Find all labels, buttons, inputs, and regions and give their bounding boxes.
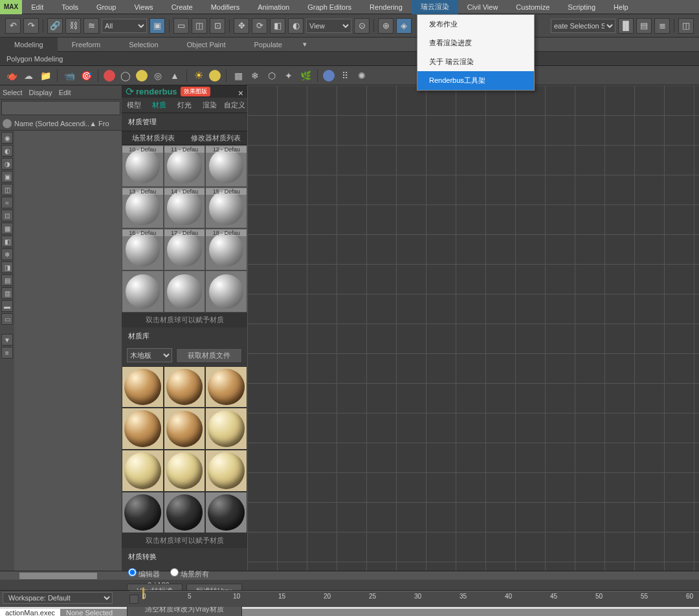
teapot-icon[interactable]: 🫖 bbox=[5, 69, 18, 82]
select-crossing-icon[interactable]: ⊡ bbox=[210, 18, 225, 34]
menu-customize[interactable]: Customize bbox=[507, 0, 559, 14]
refcoord-combo[interactable]: View bbox=[306, 19, 351, 33]
filter-hidden-icon[interactable]: ◨ bbox=[1, 261, 13, 273]
filter-space-icon[interactable]: ≈ bbox=[1, 197, 13, 208]
library-slot[interactable] bbox=[164, 450, 206, 492]
scale-icon[interactable]: ◧ bbox=[270, 18, 285, 34]
unlink-icon[interactable]: ⛓ bbox=[65, 18, 81, 34]
snow-icon[interactable]: ❄ bbox=[249, 69, 261, 82]
dropdown-about[interactable]: 关于 瑞云渲染 bbox=[417, 52, 534, 71]
library-slot[interactable] bbox=[122, 366, 164, 408]
selection-set-combo[interactable]: eate Selection Se bbox=[551, 19, 616, 33]
filter-camera-icon[interactable]: ▣ bbox=[1, 171, 13, 182]
filter-e-icon[interactable]: ▼ bbox=[1, 334, 13, 346]
ribbon-modeling[interactable]: Modeling bbox=[0, 38, 58, 52]
splash-icon[interactable]: ✺ bbox=[355, 69, 368, 82]
material-slot[interactable]: 12 - Defau bbox=[205, 145, 247, 187]
menu-ruicloud[interactable]: 瑞云渲染 bbox=[412, 0, 458, 14]
cone-icon[interactable]: ▲ bbox=[168, 69, 181, 82]
ribbon-objectpaint[interactable]: Object Paint bbox=[173, 38, 240, 52]
get-material-button[interactable]: 获取材质文件 bbox=[176, 348, 242, 363]
filter-frozen-icon[interactable]: ❄ bbox=[1, 248, 13, 260]
move-icon[interactable]: ✥ bbox=[234, 18, 249, 34]
yellow-sphere-icon[interactable] bbox=[136, 70, 148, 82]
library-slot[interactable] bbox=[122, 408, 164, 450]
menu-grapheditors[interactable]: Graph Editors bbox=[298, 0, 361, 14]
cloud-icon[interactable]: ☁ bbox=[22, 69, 35, 82]
close-icon[interactable]: × bbox=[238, 88, 243, 98]
menu-animation[interactable]: Animation bbox=[249, 0, 298, 14]
library-slot[interactable] bbox=[122, 492, 164, 534]
explorer-tab-edit[interactable]: Edit bbox=[59, 89, 71, 96]
particles-icon[interactable]: ▦ bbox=[232, 69, 245, 82]
filter-xref-icon[interactable]: ◧ bbox=[1, 236, 13, 247]
sun-icon[interactable]: ☀ bbox=[192, 69, 205, 82]
grass-icon[interactable]: 🌿 bbox=[299, 69, 312, 82]
plugin-tab-render[interactable]: 渲染 bbox=[197, 98, 222, 113]
dots-icon[interactable]: ⠿ bbox=[338, 69, 351, 82]
ribbon-populate[interactable]: Populate bbox=[239, 38, 296, 52]
h-scrollbar[interactable] bbox=[0, 571, 699, 580]
select-icon[interactable]: ▣ bbox=[150, 18, 165, 34]
target-icon[interactable]: 🎯 bbox=[80, 69, 93, 82]
explorer-list-header[interactable]: Name (Sorted Ascendi..▲ Fro bbox=[0, 116, 122, 131]
filter-helper-icon[interactable]: ◫ bbox=[1, 184, 13, 195]
filter-geom-icon[interactable]: ◉ bbox=[1, 132, 13, 144]
material-slot[interactable]: 10 - Defau bbox=[122, 145, 164, 187]
plugin-tab-material[interactable]: 材质 bbox=[147, 98, 172, 113]
plugin-tab-light[interactable]: 灯光 bbox=[172, 98, 197, 113]
library-slot[interactable] bbox=[164, 366, 206, 408]
menu-edit[interactable]: Edit bbox=[22, 0, 52, 14]
explorer-tab-select[interactable]: Select bbox=[3, 89, 23, 96]
material-slot[interactable]: 18 - Defau bbox=[205, 228, 247, 270]
filter-shape-icon[interactable]: ◐ bbox=[1, 145, 13, 157]
material-slot[interactable]: 13 - Defau bbox=[122, 187, 164, 229]
filter-group-icon[interactable]: ▦ bbox=[1, 223, 13, 234]
material-slot[interactable] bbox=[205, 270, 247, 313]
mirror-icon[interactable]: ▐▌ bbox=[618, 18, 634, 34]
schematic-icon[interactable]: ◫ bbox=[678, 18, 694, 34]
angle-snap-icon[interactable]: ◈ bbox=[396, 18, 412, 34]
layers-icon[interactable]: ≣ bbox=[654, 18, 670, 34]
material-slot[interactable] bbox=[164, 270, 206, 313]
library-slot[interactable] bbox=[122, 450, 164, 492]
light-icon[interactable] bbox=[209, 70, 221, 82]
blue-sphere-icon[interactable] bbox=[323, 70, 335, 82]
menu-group[interactable]: Group bbox=[87, 0, 126, 14]
selection-filter-combo[interactable]: All bbox=[102, 19, 147, 33]
folder-icon[interactable]: 📁 bbox=[39, 69, 52, 82]
filter-d-icon[interactable]: ▭ bbox=[1, 313, 13, 325]
align-icon[interactable]: ▤ bbox=[636, 18, 652, 34]
rotate-icon[interactable]: ⟳ bbox=[252, 18, 267, 34]
viewport[interactable] bbox=[247, 85, 699, 571]
select-window-icon[interactable]: ◫ bbox=[192, 18, 207, 34]
bind-icon[interactable]: ≋ bbox=[83, 18, 99, 34]
dropdown-progress[interactable]: 查看渲染进度 bbox=[417, 34, 534, 52]
menu-rendering[interactable]: Rendering bbox=[361, 0, 412, 14]
menu-modifiers[interactable]: Modifiers bbox=[202, 0, 249, 14]
library-slot[interactable] bbox=[205, 492, 247, 534]
material-slot[interactable]: 17 - Defau bbox=[164, 228, 206, 270]
workspace-combo[interactable]: Workspace: Default bbox=[3, 592, 113, 604]
explorer-search-input[interactable] bbox=[1, 101, 120, 115]
menu-tools[interactable]: Tools bbox=[52, 0, 87, 14]
radio-editor[interactable]: 编辑器 bbox=[128, 568, 160, 579]
material-slot[interactable] bbox=[122, 270, 164, 313]
lib-category-combo[interactable]: 木地板 bbox=[127, 348, 172, 362]
torus-icon[interactable]: ◯ bbox=[119, 69, 132, 82]
ribbon-freeform[interactable]: Freeform bbox=[58, 38, 115, 52]
spray-icon[interactable]: ✦ bbox=[282, 69, 295, 82]
helper-icon[interactable]: ⬡ bbox=[265, 69, 278, 82]
filter-a-icon[interactable]: ▤ bbox=[1, 274, 13, 286]
material-slot[interactable]: 16 - Defau bbox=[122, 228, 164, 270]
menu-civilview[interactable]: Civil View bbox=[458, 0, 507, 14]
material-slot[interactable]: 15 - Defau bbox=[205, 187, 247, 229]
ribbon-min-icon[interactable]: ▾ bbox=[296, 40, 313, 49]
script-listener[interactable]: actionMan.exec bbox=[0, 609, 61, 616]
dropdown-publish[interactable]: 发布作业 bbox=[417, 15, 534, 34]
material-slot[interactable]: 11 - Defau bbox=[164, 145, 206, 187]
filter-b-icon[interactable]: ▥ bbox=[1, 287, 13, 299]
reference-icon[interactable]: ◐ bbox=[288, 18, 304, 34]
filter-f-icon[interactable]: ≡ bbox=[1, 347, 13, 358]
menu-create[interactable]: Create bbox=[162, 0, 202, 14]
